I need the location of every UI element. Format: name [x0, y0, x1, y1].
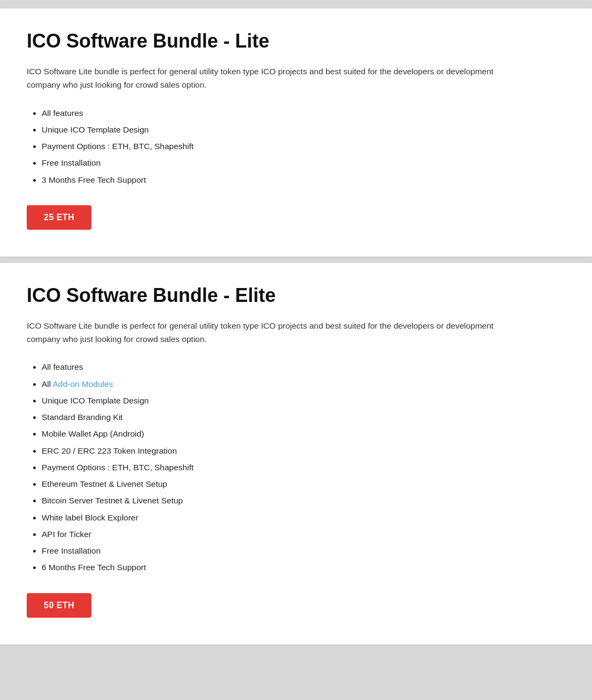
lite-title: ICO Software Bundle - Lite: [27, 30, 565, 52]
page-wrapper: ICO Software Bundle - Lite ICO Software …: [0, 0, 592, 653]
list-item: 3 Months Free Tech Support: [42, 174, 565, 186]
lite-description: ICO Software Lite bundle is perfect for …: [27, 65, 508, 92]
lite-card: ICO Software Bundle - Lite ICO Software …: [0, 9, 592, 256]
list-item: White label Block Explorer: [42, 511, 565, 524]
list-item: All features: [42, 361, 565, 373]
list-item: API for Ticker: [42, 528, 565, 540]
elite-features-list: All features All Add-on Modules Unique I…: [27, 361, 565, 573]
elite-card: ICO Software Bundle - Elite ICO Software…: [0, 263, 592, 644]
list-item: 6 Months Free Tech Support: [42, 561, 565, 573]
elite-cta-button[interactable]: 50 ETH: [27, 593, 91, 618]
lite-cta-button[interactable]: 25 ETH: [27, 205, 91, 230]
list-item: Free Installation: [42, 545, 565, 557]
addon-modules-link[interactable]: Add-on Modules: [53, 379, 113, 388]
elite-description: ICO Software Lite bundle is perfect for …: [27, 320, 508, 346]
list-item: ERC 20 / ERC 223 Token Integration: [42, 445, 565, 457]
list-item: Unique ICO Template Design: [42, 123, 565, 136]
list-item: All features: [42, 107, 565, 119]
list-item: Mobile Wallet App (Android): [42, 427, 565, 440]
list-item: Standard Branding Kit: [42, 411, 565, 423]
list-item: Ethereum Testnet & Livenet Setup: [42, 478, 565, 490]
list-item: Payment Options : ETH, BTC, Shapeshift: [42, 140, 565, 152]
list-item: Free Installation: [42, 157, 565, 169]
list-item: Bitcoin Server Testnet & Livenet Setup: [42, 494, 565, 507]
list-item: Unique ICO Template Design: [42, 394, 565, 407]
list-item: Payment Options : ETH, BTC, Shapeshift: [42, 461, 565, 473]
list-item: All Add-on Modules: [42, 378, 565, 390]
lite-features-list: All features Unique ICO Template Design …: [27, 107, 565, 186]
elite-title: ICO Software Bundle - Elite: [27, 284, 565, 307]
